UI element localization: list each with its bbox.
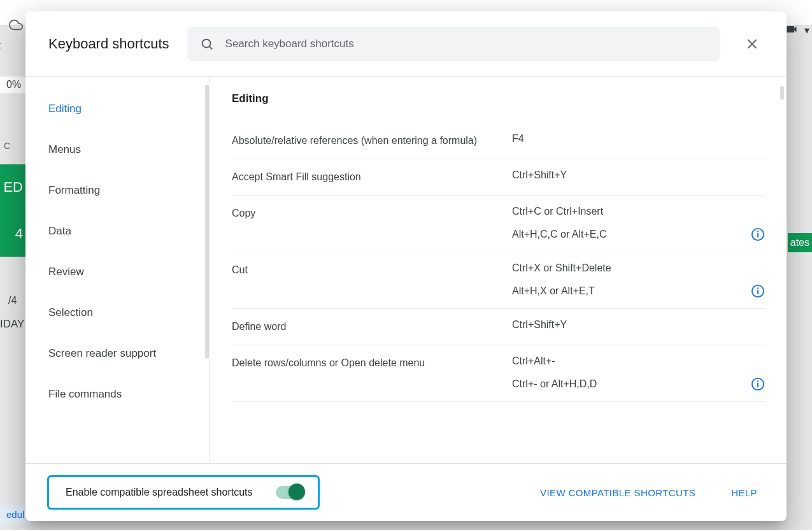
shortcut-keys: Ctrl+Shift+Y bbox=[512, 169, 765, 181]
shortcut-row: Absolute/relative references (when enter… bbox=[232, 123, 765, 159]
bg-col-c: C bbox=[4, 141, 10, 151]
sidebar: EditingMenusFormattingDataReviewSelectio… bbox=[25, 77, 210, 463]
cloud-icon bbox=[9, 18, 23, 32]
keyboard-shortcuts-dialog: Keyboard shortcuts EditingMenusFormattin… bbox=[25, 11, 787, 521]
shortcut-name: Copy bbox=[232, 206, 512, 221]
compatible-shortcuts-toggle-box: Enable compatible spreadsheet shortcuts bbox=[47, 475, 320, 510]
search-input[interactable] bbox=[225, 38, 708, 50]
shortcut-name: Define word bbox=[232, 319, 512, 334]
dialog-footer: Enable compatible spreadsheet shortcuts … bbox=[25, 463, 787, 521]
svg-point-12 bbox=[757, 380, 759, 382]
shortcut-key: Ctrl+X or Shift+Delete bbox=[512, 262, 765, 274]
sidebar-item-editing[interactable]: Editing bbox=[25, 89, 210, 129]
bg-green-cell: ED 4 bbox=[0, 164, 25, 257]
sidebar-item-review[interactable]: Review bbox=[25, 252, 210, 292]
sidebar-item-selection[interactable]: Selection bbox=[25, 292, 210, 333]
shortcut-key: F4 bbox=[512, 133, 765, 145]
sidebar-item-menus[interactable]: Menus bbox=[25, 129, 210, 170]
shortcut-name: Cut bbox=[232, 262, 512, 278]
dialog-body: EditingMenusFormattingDataReviewSelectio… bbox=[25, 77, 787, 463]
toggle-knob bbox=[288, 483, 305, 500]
content-scrollbar[interactable] bbox=[780, 86, 784, 100]
shortcut-key: Alt+H,X or Alt+E,T bbox=[512, 285, 743, 297]
sidebar-item-file-commands[interactable]: File commands bbox=[25, 374, 210, 415]
camera-icon bbox=[785, 23, 798, 36]
svg-point-0 bbox=[202, 39, 210, 48]
info-icon[interactable] bbox=[751, 227, 765, 241]
svg-point-9 bbox=[757, 287, 759, 289]
shortcut-row: CutCtrl+X or Shift+DeleteAlt+H,X or Alt+… bbox=[232, 252, 765, 309]
sidebar-item-data[interactable]: Data bbox=[25, 211, 210, 252]
shortcut-name: Absolute/relative references (when enter… bbox=[232, 133, 512, 148]
content-panel: Editing Absolute/relative references (wh… bbox=[210, 77, 787, 463]
shortcut-key: Ctrl+Shift+Y bbox=[512, 169, 765, 181]
search-icon bbox=[200, 37, 214, 51]
shortcut-key: Ctrl+Shift+Y bbox=[512, 319, 765, 331]
svg-line-1 bbox=[209, 47, 212, 50]
toggle-label: Enable compatible spreadsheet shortcuts bbox=[66, 487, 253, 498]
shortcut-keys: Ctrl+Shift+Y bbox=[512, 319, 765, 331]
shortcut-key: Ctrl+C or Ctrl+Insert bbox=[512, 206, 765, 217]
shortcut-key: Alt+H,C,C or Alt+E,C bbox=[512, 229, 743, 240]
shortcut-row: Define wordCtrl+Shift+Y bbox=[232, 309, 765, 345]
search-field[interactable] bbox=[187, 27, 720, 61]
svg-point-6 bbox=[757, 231, 759, 232]
sidebar-item-formatting[interactable]: Formatting bbox=[25, 170, 210, 211]
shortcut-name: Delete rows/columns or Open delete menu bbox=[232, 355, 512, 371]
bg-zoom: 0% bbox=[0, 76, 27, 94]
shortcut-keys: F4 bbox=[512, 133, 765, 145]
shortcut-keys: Ctrl+X or Shift+DeleteAlt+H,X or Alt+E,T bbox=[512, 262, 765, 298]
shortcut-row: Delete rows/columns or Open delete menuC… bbox=[232, 345, 765, 402]
shortcut-row: CopyCtrl+C or Ctrl+InsertAlt+H,C,C or Al… bbox=[232, 196, 765, 252]
info-icon[interactable] bbox=[751, 377, 765, 391]
help-link[interactable]: HELP bbox=[723, 482, 765, 503]
shortcut-key: Ctrl+Alt+- bbox=[512, 355, 765, 367]
bg-day: IDAY bbox=[0, 318, 24, 331]
dropdown-icon: ▾ bbox=[804, 24, 809, 36]
bg-frac: /4 bbox=[8, 295, 17, 306]
dialog-title: Keyboard shortcuts bbox=[48, 36, 169, 52]
shortcut-row: Accept Smart Fill suggestionCtrl+Shift+Y bbox=[232, 159, 765, 196]
sidebar-scrollbar[interactable] bbox=[205, 85, 209, 359]
info-icon[interactable] bbox=[751, 284, 765, 298]
section-title: Editing bbox=[232, 92, 765, 105]
bg-rt: rt bbox=[0, 39, 1, 50]
shortcut-keys: Ctrl+Alt+-Ctrl+- or Alt+H,D,D bbox=[512, 355, 765, 391]
shortcut-keys: Ctrl+C or Ctrl+InsertAlt+H,C,C or Alt+E,… bbox=[512, 206, 765, 241]
compatible-shortcuts-toggle[interactable] bbox=[276, 486, 304, 499]
sidebar-item-screen-reader-support[interactable]: Screen reader support bbox=[25, 333, 210, 374]
close-icon bbox=[745, 37, 759, 51]
bg-ates: ates bbox=[788, 233, 812, 252]
shortcut-name: Accept Smart Fill suggestion bbox=[232, 169, 512, 185]
view-compatible-shortcuts-link[interactable]: VIEW COMPATIBLE SHORTCUTS bbox=[532, 482, 703, 503]
dialog-header: Keyboard shortcuts bbox=[25, 11, 787, 77]
close-button[interactable] bbox=[738, 30, 766, 58]
shortcut-key: Ctrl+- or Alt+H,D,D bbox=[512, 378, 743, 390]
